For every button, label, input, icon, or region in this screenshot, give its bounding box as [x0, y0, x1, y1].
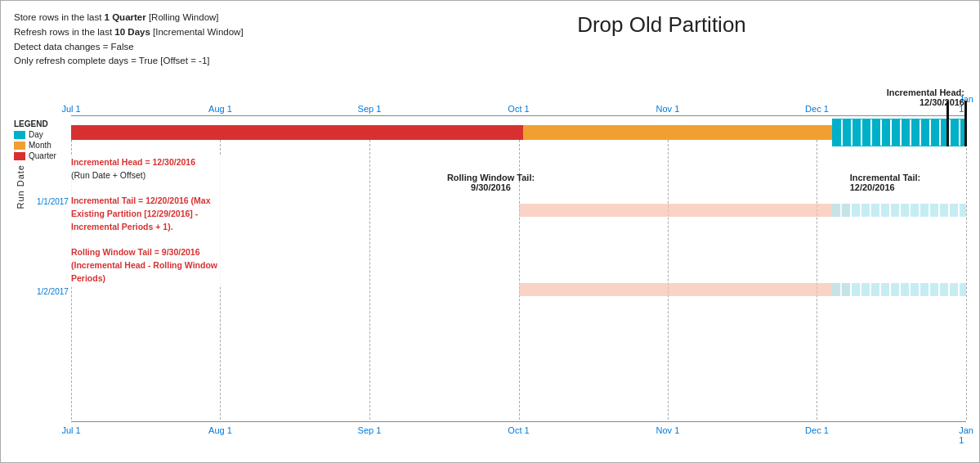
row-date-1: 1/1/2017: [37, 197, 69, 206]
quarter-light-row3: [519, 283, 850, 296]
incremental-head-annotation: Incremental Head: 12/30/2016: [887, 88, 964, 107]
quarter-light-row2: [519, 204, 850, 217]
desc-head: Incremental Head = 12/30/2016 (Run Date …: [71, 156, 247, 182]
row-date-2: 1/2/2017: [37, 287, 69, 296]
month-bar-row1: [523, 125, 832, 140]
desc-rolling: Rolling Window Tail = 9/30/2016(Incremen…: [71, 246, 247, 285]
info-line3: Detect data changes = False: [14, 40, 244, 55]
info-line2: Refresh rows in the last 10 Days [Increm…: [14, 25, 244, 40]
rolling-window-tail-annotation: Rolling Window Tail: 9/30/2016: [447, 173, 535, 192]
axis-label-jul: Jul 1: [61, 104, 80, 114]
main-container: Drop Old Partition Store rows in the las…: [0, 0, 980, 463]
axis-bottom-jul: Jul 1: [61, 425, 80, 435]
chart-area: LEGEND Day Month Quarter Run Date 1/1/20…: [14, 99, 966, 438]
vline-jan: [966, 132, 967, 420]
axis-label-aug: Aug 1: [208, 104, 232, 114]
axis-bottom-nov: Nov 1: [656, 425, 680, 435]
vline-nov: [668, 132, 669, 420]
inc-head-right-bracket: [964, 101, 967, 146]
axis-label-oct: Oct 1: [508, 104, 529, 114]
rows-area: Incremental Head = 12/30/2016 (Run Date …: [71, 115, 966, 420]
vline-dec: [817, 132, 817, 420]
inc-head-left-bracket: [946, 101, 949, 146]
axis-label-dec: Dec 1: [805, 104, 829, 114]
axis-bottom-sep: Sep 1: [358, 425, 382, 435]
page-title: Drop Old Partition: [344, 12, 979, 38]
axis-bottom-dec: Dec 1: [805, 425, 829, 435]
axis-bottom: Jul 1 Aug 1 Sep 1 Oct 1 Nov 1 Dec 1 Jan …: [71, 421, 966, 438]
axis-bottom-jan: Jan 1: [959, 425, 973, 445]
axis-top: Jul 1 Aug 1 Sep 1 Oct 1 Nov 1 Dec 1 Jan …: [71, 99, 966, 115]
incremental-tail-annotation: Incremental Tail: 12/20/2016: [850, 173, 921, 192]
info-line1: Store rows in the last 1 Quarter [Rollin…: [14, 11, 244, 25]
desc-tail: Incremental Tail = 12/20/2016 (MaxExisti…: [71, 195, 247, 233]
axis-bottom-oct: Oct 1: [508, 425, 529, 435]
axis-label-nov: Nov 1: [656, 104, 680, 114]
vline-sep: [369, 132, 370, 420]
desc-block: Incremental Head = 12/30/2016 (Run Date …: [71, 155, 247, 287]
run-date-label: Run Date: [16, 164, 25, 209]
info-block: Store rows in the last 1 Quarter [Rollin…: [14, 11, 244, 69]
quarter-bar-row1: [71, 125, 523, 140]
axis-bottom-aug: Aug 1: [208, 425, 232, 435]
row-label-area: Run Date 1/1/2017 1/2/2017: [14, 115, 71, 438]
day-light-row2: [832, 204, 966, 217]
info-line4: Only refresh complete days = True [Offse…: [14, 54, 244, 69]
axis-label-sep: Sep 1: [358, 104, 382, 114]
day-light-row3: [832, 283, 966, 296]
